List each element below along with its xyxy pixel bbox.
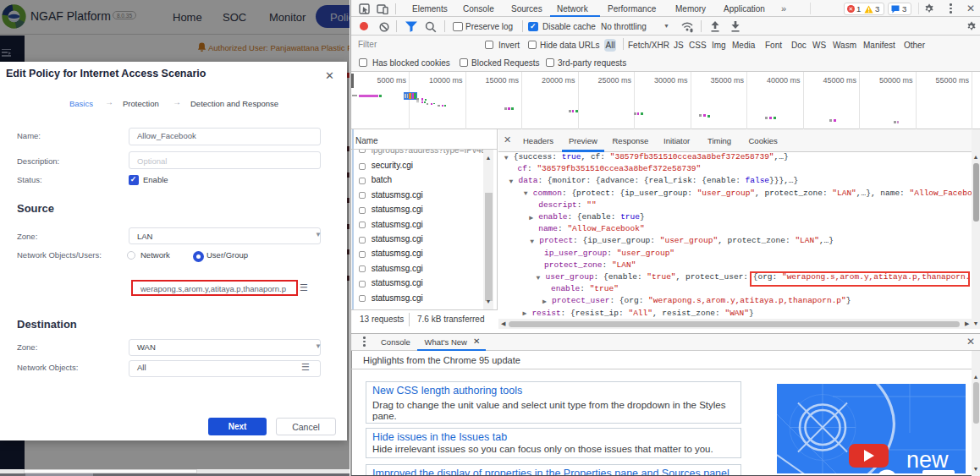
svg-text:new: new: [906, 447, 949, 473]
